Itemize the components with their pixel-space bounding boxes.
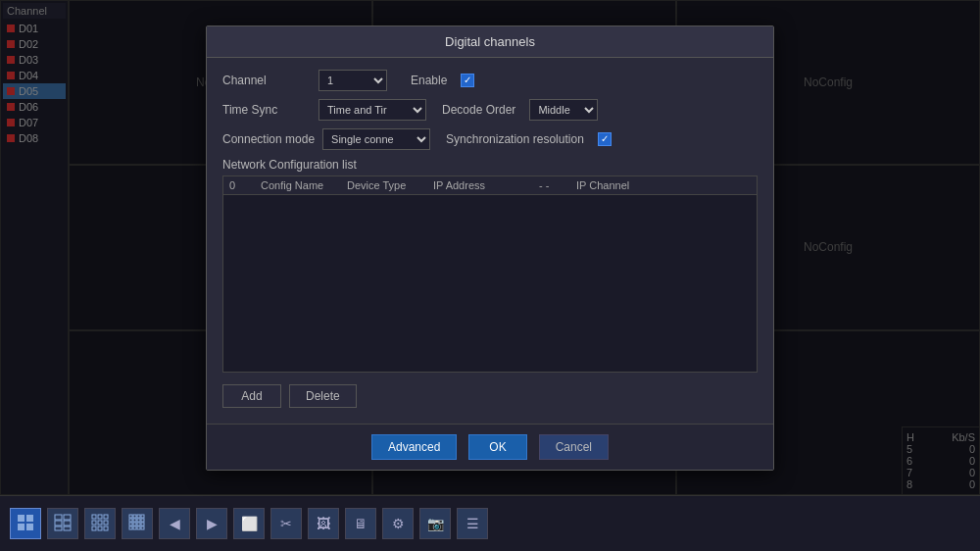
enable-label: Enable [411, 74, 447, 87]
svg-rect-1 [26, 515, 33, 522]
svg-rect-10 [92, 515, 96, 519]
toolbar-btn-fullscreen[interactable]: ⬜ [233, 508, 265, 539]
sync-res-checkbox[interactable]: ✓ [598, 131, 612, 146]
network-icon: ⚙ [392, 516, 405, 531]
svg-rect-19 [129, 515, 132, 518]
toolbar-btn-grid4[interactable] [10, 508, 41, 539]
svg-rect-2 [18, 524, 24, 530]
grid6-icon [54, 514, 72, 534]
svg-rect-32 [133, 526, 136, 529]
menu-icon: ☰ [466, 516, 479, 531]
form-row-connection: Connection mode Single conne Multi Synch… [222, 128, 758, 150]
toolbar-btn-next[interactable]: ▶ [196, 508, 227, 539]
add-button[interactable]: Add [222, 384, 281, 408]
svg-rect-34 [141, 526, 144, 529]
svg-rect-17 [98, 526, 102, 530]
svg-rect-30 [141, 523, 144, 526]
timesync-label: Time Sync [222, 103, 311, 117]
svg-rect-12 [104, 515, 108, 519]
grid9-icon [91, 514, 109, 534]
form-row-channel: Channel 1 2 3 4 Enable ✓ [222, 70, 758, 91]
image-icon: 🖼 [317, 516, 330, 531]
toolbar-btn-grid9[interactable] [84, 508, 116, 539]
toolbar-btn-menu[interactable]: ☰ [457, 508, 488, 539]
svg-rect-9 [64, 526, 71, 530]
col-header-ip-channel: IP Channel [576, 179, 751, 191]
decode-order-label: Decode Order [442, 103, 515, 117]
svg-rect-11 [98, 515, 102, 519]
svg-rect-27 [129, 523, 132, 526]
channel-select[interactable]: 1 2 3 4 [318, 70, 387, 91]
svg-rect-18 [104, 526, 108, 530]
bottom-toolbar: ◀ ▶ ⬜ ✂ 🖼 🖥 ⚙ 📷 ☰ [0, 495, 980, 551]
svg-rect-3 [26, 524, 33, 530]
dialog-title: Digital channels [207, 26, 773, 58]
fullscreen-icon: ⬜ [241, 516, 258, 531]
config-list-title: Network Configuration list [222, 158, 758, 172]
sync-res-checkbox-box[interactable]: ✓ [598, 132, 612, 146]
svg-rect-6 [55, 521, 62, 526]
toolbar-btn-network[interactable]: ⚙ [382, 508, 414, 539]
toolbar-btn-camera[interactable]: 📷 [419, 508, 451, 539]
col-header-config-name: Config Name [261, 179, 339, 191]
camera-icon: 📷 [427, 516, 444, 531]
toolbar-btn-image[interactable]: 🖼 [308, 508, 339, 539]
config-table-header: 0 Config Name Device Type IP Address - -… [223, 176, 757, 195]
form-row-timesync: Time Sync Time and Tir Time only Decode … [222, 99, 758, 121]
svg-rect-22 [141, 515, 144, 518]
cancel-button[interactable]: Cancel [539, 434, 609, 460]
cut-icon: ✂ [280, 516, 292, 531]
svg-rect-31 [129, 526, 132, 529]
svg-rect-24 [133, 519, 136, 522]
svg-rect-0 [18, 515, 24, 522]
svg-rect-4 [55, 515, 62, 520]
dialog-body: Channel 1 2 3 4 Enable ✓ Time Sync Time … [207, 58, 773, 424]
grid16-icon [128, 514, 146, 534]
prev-icon: ◀ [170, 516, 180, 531]
advanced-button[interactable]: Advanced [371, 434, 457, 460]
enable-checkbox[interactable]: ✓ [461, 73, 474, 87]
decode-order-select[interactable]: Middle High Low [529, 99, 598, 121]
svg-rect-15 [104, 521, 108, 525]
col-header-ip: IP Address [433, 179, 531, 191]
svg-rect-7 [64, 521, 71, 526]
digital-channels-dialog: Digital channels Channel 1 2 3 4 Enable … [206, 25, 774, 471]
col-header-dash: - - [539, 179, 568, 191]
svg-rect-23 [129, 519, 132, 522]
toolbar-btn-grid6[interactable] [47, 508, 78, 539]
modal-overlay: Digital channels Channel 1 2 3 4 Enable … [0, 0, 980, 495]
channel-label: Channel [222, 74, 311, 87]
config-table-body[interactable] [223, 195, 757, 372]
delete-button[interactable]: Delete [289, 384, 357, 408]
col-header-device-type: Device Type [347, 179, 425, 191]
connection-select[interactable]: Single conne Multi [322, 128, 430, 150]
toolbar-btn-prev[interactable]: ◀ [159, 508, 190, 539]
svg-rect-5 [64, 515, 71, 520]
svg-rect-13 [92, 521, 96, 525]
connection-label: Connection mode [222, 132, 315, 146]
svg-rect-20 [133, 515, 136, 518]
config-table: 0 Config Name Device Type IP Address - -… [222, 175, 758, 373]
toolbar-btn-grid16[interactable] [122, 508, 153, 539]
enable-checkbox-box[interactable]: ✓ [461, 74, 474, 87]
svg-rect-14 [98, 521, 102, 525]
toolbar-btn-display[interactable]: 🖥 [345, 508, 376, 539]
svg-rect-21 [137, 515, 140, 518]
col-header-num: 0 [229, 179, 253, 191]
action-row: Add Delete [222, 380, 758, 412]
next-icon: ▶ [207, 516, 218, 531]
svg-rect-16 [92, 526, 96, 530]
display-icon: 🖥 [354, 516, 368, 531]
toolbar-btn-cut[interactable]: ✂ [270, 508, 302, 539]
dialog-footer: Advanced OK Cancel [207, 424, 773, 470]
svg-rect-28 [133, 523, 136, 526]
timesync-select[interactable]: Time and Tir Time only [318, 99, 426, 121]
grid4-icon [17, 514, 34, 534]
ok-button[interactable]: OK [468, 434, 526, 460]
svg-rect-33 [137, 526, 140, 529]
svg-rect-29 [137, 523, 140, 526]
sync-res-label: Synchronization resolution [446, 132, 584, 146]
config-list-container: Network Configuration list 0 Config Name… [222, 158, 758, 373]
svg-rect-25 [137, 519, 140, 522]
svg-rect-26 [141, 519, 144, 522]
